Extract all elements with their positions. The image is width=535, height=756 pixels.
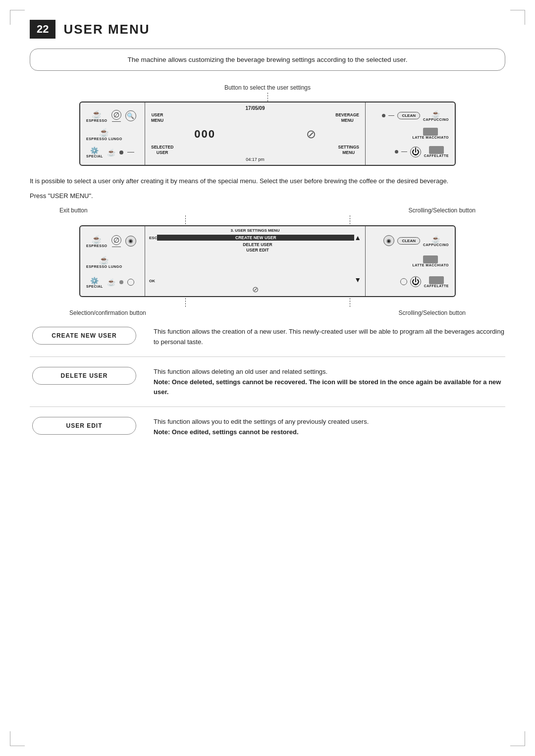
panel2-left: ☕ ESPRESSO ∅ ◉ ☕ ESPRESSO LUNGO ⚙️ SPECI… [80,226,145,296]
mc2-delete-row: DELETE USER [149,242,361,247]
selection-annotation: Selection/confirmation button [69,308,146,317]
dotted-selection [185,298,186,307]
search-circle: 🔍 [125,110,136,121]
p2-espresso-icon: ☕ [92,235,102,244]
panel1-middle: 000 ⊘ [149,125,361,143]
create-new-user-section: CREATE NEW USER This function allows the… [30,327,505,348]
p2-latte-col: LATTE MACCHIATO [412,255,449,267]
p2-circle [127,279,134,286]
down-arrow: ▼ [354,276,361,284]
create-new-user-box-col: CREATE NEW USER [30,327,139,345]
panel1-time: 04:17 pm [149,157,361,163]
mc2-create-row: ESC CREATE NEW USER ▲ [149,234,361,242]
panel2-center: 3. USER SETTINGS MENU ESC CREATE NEW USE… [145,226,366,296]
espresso-lungo-btn: ☕ ESPRESSO LUNGO [86,128,122,141]
panel1-right: CLEAN ☕ CAPPUCCINO LATTE MACCHIATO ⏻ CAF… [366,102,455,165]
right-row-2: LATTE MACCHIATO [372,128,449,139]
settings-menu-label: SETTINGS MENU [338,145,359,155]
up-arrow: ▲ [354,234,361,242]
cappuccino-label: CAPPUCCINO [423,118,449,121]
p2-cappuccino-icon: ☕ [431,235,440,243]
create-new-user-desc: This function allows the creation of a n… [154,327,505,348]
steam-col: ☕ [107,149,115,156]
page-title: USER MENU [63,22,150,37]
scrolling-annotation-bottom: Scrolling/Selection button [399,308,466,317]
create-new-user-box: CREATE NEW USER [32,327,136,345]
p2-espresso-label: ESPRESSO [86,244,107,248]
scrolling-label-bottom: Scrolling/Selection button [399,309,466,316]
intro-text: The machine allows customizing the bever… [127,56,407,63]
p2-circle-r3 [400,278,407,285]
divider-1 [30,356,505,357]
user-edit-desc-normal: This function allows you to edit the set… [154,418,369,425]
p2-power-icon: ⏻ [410,276,421,287]
body-text-1: It is possible to select a user only aft… [30,176,505,187]
espresso-lungo-icon: ☕ [99,128,109,137]
user-edit-label: USER EDIT [163,248,352,252]
delete-user-label: DELETE USER [163,242,352,247]
panel1-left: ☕ ESPRESSO ∅ 🔍 ☕ ESPRESSO LUNGO ⚙️ SPECI… [80,102,145,165]
user-edit-desc-bold: Note: Once edited, settings cannot be re… [154,428,299,436]
p2-cappuccino-col: ☕ CAPPUCCINO [423,235,449,247]
dot-r1 [382,114,385,117]
p2-search-right: ◉ [383,235,394,246]
p2-special-row: ⚙️ SPECIAL ☕ [86,277,139,288]
delete-user-box: DELETE USER [32,367,136,385]
special-icon: ⚙️ [90,147,99,154]
latte-col: LATTE MACCHIATO [412,128,449,139]
mc2-bottom: OK ▼ [149,275,361,284]
selected-user-label: SELECTED USER [151,145,173,155]
p2-espresso-lungo-label: ESPRESSO LUNGO [86,265,122,268]
p2-right-row-2: LATTE MACCHIATO [372,255,449,267]
p2-espresso-lungo-icon: ☕ [99,255,109,265]
dash-line [112,121,121,122]
delete-user-box-col: DELETE USER [30,367,139,385]
dash-r1 [388,115,394,116]
create-new-user-desc-text: This function allows the creation of a n… [154,328,504,346]
panel1-date: 17/05/09 [149,104,361,111]
p2-espresso-row: ☕ ESPRESSO ∅ ◉ [86,235,139,248]
latte-label: LATTE MACCHIATO [412,136,449,139]
panel1-menus: USER MENU BEVERAGE MENU [149,111,361,124]
special-row: ⚙️ SPECIAL ☕ [86,147,139,158]
corner-mark-bl [10,731,25,746]
dash-2 [127,152,134,152]
clean-button: CLEAN [397,112,420,119]
panel2-menu-title: 3. USER SETTINGS MENU [149,228,361,233]
annotations-top: Exit button Scrolling/Selection button [30,205,505,214]
page-number: 22 [30,20,55,39]
dotted-exit [185,215,186,224]
scrolling-annotation-top: Scrolling/Selection button [409,205,476,214]
corner-mark-tr [510,10,525,25]
p2-espresso-btn: ☕ ESPRESSO [86,235,107,248]
user-edit-box: USER EDIT [32,417,136,435]
p2-right-row-3: ⏻ CAFFELATTE [372,276,449,288]
machine-panel-1: ☕ ESPRESSO ∅ 🔍 ☕ ESPRESSO LUNGO ⚙️ SPECI… [79,101,456,166]
p2-caffelatte-icon [429,276,444,284]
p2-special-btn: ⚙️ SPECIAL [86,277,103,288]
espresso-icon: ☕ [92,109,102,119]
intro-box: The machine allows customizing the bever… [30,49,505,71]
scrolling-label-top: Scrolling/Selection button [409,207,476,214]
panel2-right: ◉ CLEAN ☕ CAPPUCCINO LATTE MACCHIATO ⏻ C… [366,226,455,296]
divider-2 [30,406,505,407]
panel1-center: 17/05/09 USER MENU BEVERAGE MENU 000 ⊘ S… [145,102,366,165]
p2-null-icon: ∅ [111,235,121,245]
annotations-bottom: Selection/confirmation button Scrolling/… [30,308,505,317]
p2-null-col: ∅ [111,235,121,247]
p2-clean-button: CLEAN [397,237,420,245]
exit-label: Exit button [59,207,88,214]
p2-latte-icon [423,255,438,263]
espresso-btn: ☕ ESPRESSO [86,109,107,122]
esc-label: ESC [149,236,157,240]
delete-user-section: DELETE USER This function allows deletin… [30,367,505,398]
selection-label: Selection/confirmation button [69,309,146,316]
slash-icon: ⊘ [306,127,316,141]
big-number: 000 [194,128,215,141]
special-btn: ⚙️ SPECIAL [86,147,103,158]
body-section-1: It is possible to select a user only aft… [30,176,505,202]
ok-label: OK [149,277,155,283]
right-row-3: ⏻ CAFFELATTE [372,146,449,157]
user-edit-desc: This function allows you to edit the set… [154,417,505,438]
panel2-menu-body: ESC CREATE NEW USER ▲ DELETE USER USER E… [149,234,361,275]
